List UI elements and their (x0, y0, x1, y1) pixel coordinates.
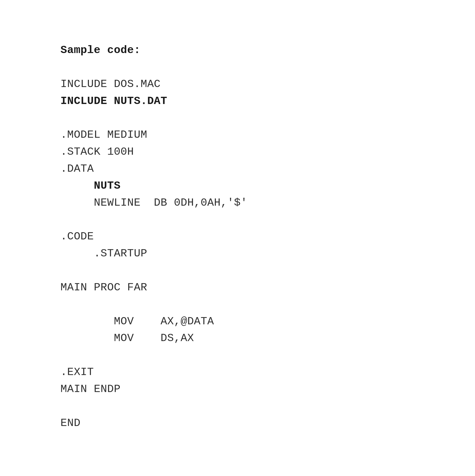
blank-line (60, 110, 475, 127)
document-page: Sample code: INCLUDE DOS.MAC INCLUDE NUT… (0, 0, 475, 432)
code-line: .EXIT (60, 364, 475, 381)
code-line: END (60, 415, 475, 432)
blank-line (60, 296, 475, 313)
code-line: .CODE (60, 228, 475, 245)
code-line: .STACK 100H (60, 144, 475, 161)
blank-line (60, 211, 475, 228)
blank-line (60, 347, 475, 364)
blank-line (60, 398, 475, 415)
code-line: NEWLINE DB 0DH,0AH,'$' (60, 194, 475, 211)
code-line-bold: NUTS (60, 177, 475, 194)
code-line-bold: INCLUDE NUTS.DAT (60, 93, 475, 110)
blank-line (60, 59, 475, 76)
blank-line (60, 262, 475, 279)
code-line: MOV AX,@DATA (60, 313, 475, 330)
code-line: .MODEL MEDIUM (60, 127, 475, 144)
code-line: INCLUDE DOS.MAC (60, 76, 475, 93)
code-line: .STARTUP (60, 245, 475, 262)
code-line: MAIN PROC FAR (60, 279, 475, 296)
heading: Sample code: (60, 42, 475, 59)
code-line: MOV DS,AX (60, 330, 475, 347)
code-line: MAIN ENDP (60, 381, 475, 398)
code-line: .DATA (60, 161, 475, 177)
